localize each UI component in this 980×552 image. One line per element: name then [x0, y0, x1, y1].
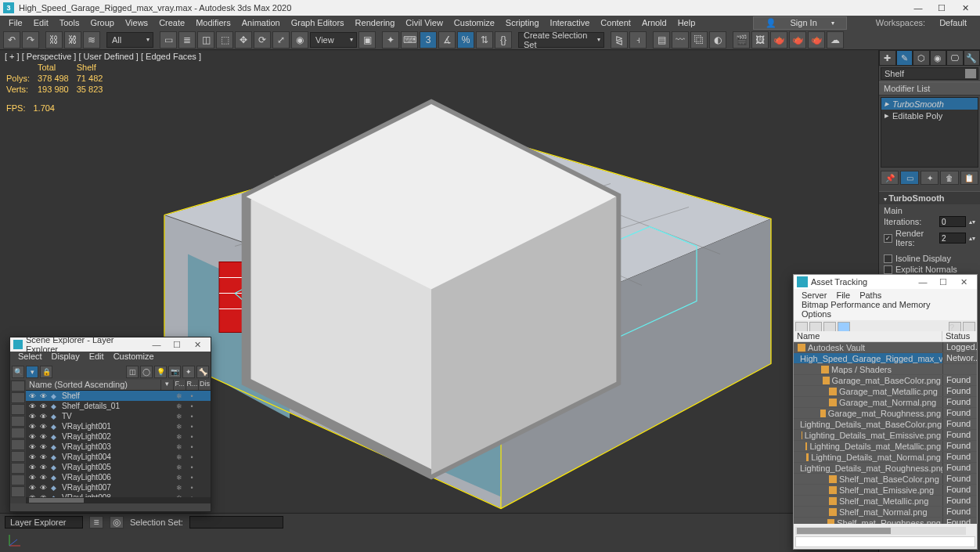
- asset-grid[interactable]: Name Status Autodesk VaultLogged...High_…: [794, 331, 977, 524]
- remove-modifier-button[interactable]: 🗑: [940, 171, 958, 185]
- scene-explorer-window[interactable]: Scene Explorer - Layer Explorer — ☐ ✕ Se…: [9, 337, 211, 512]
- se-find-button[interactable]: 🔍: [12, 366, 24, 378]
- menu-file[interactable]: File: [3, 18, 28, 27]
- close-button[interactable]: ✕: [953, 1, 977, 15]
- visibility-icon[interactable]: 👁: [29, 474, 40, 482]
- freeze-icon[interactable]: ❄: [173, 392, 186, 400]
- freeze-icon[interactable]: ❄: [173, 433, 186, 441]
- scene-item[interactable]: 👁👁◆VRayLight002❄•: [26, 431, 211, 442]
- selection-set-dropdown[interactable]: [189, 516, 283, 529]
- asset-col-status[interactable]: Status: [942, 331, 977, 341]
- scene-item[interactable]: 👁👁◆Shelf❄•: [26, 391, 211, 401]
- menu-content[interactable]: Content: [595, 18, 636, 27]
- unlink-button[interactable]: ⛓̸: [64, 31, 81, 49]
- make-unique-button[interactable]: ✦: [921, 171, 939, 185]
- menu-graph-editors[interactable]: Graph Editors: [286, 18, 350, 27]
- snaps-toggle-button[interactable]: 3: [420, 31, 437, 49]
- asset-row[interactable]: Garage_mat_BaseColor.pngFound: [794, 375, 977, 386]
- se-side-bone-button[interactable]: [11, 486, 25, 497]
- asset-row[interactable]: Shelf_mat_Normal.pngFound: [794, 507, 977, 518]
- render-setup-button[interactable]: 🎬: [733, 31, 750, 49]
- se-side-geom-button[interactable]: [11, 416, 25, 427]
- select-object-button[interactable]: ▭: [160, 31, 177, 49]
- asset-menu-paths[interactable]: Paths: [855, 290, 886, 300]
- asset-row[interactable]: Garage_mat_Metallic.pngFound: [794, 386, 977, 397]
- se-col-3[interactable]: Dis: [198, 380, 211, 390]
- scene-explorer-titlebar[interactable]: Scene Explorer - Layer Explorer — ☐ ✕: [10, 337, 211, 352]
- se-side-space-button[interactable]: [11, 474, 25, 485]
- render-activeshade-button[interactable]: 🫖: [808, 31, 825, 49]
- asset-row[interactable]: Lighting_Details_mat_Emissive.pngFound: [794, 430, 977, 441]
- pin-stack-button[interactable]: 📌: [881, 171, 899, 185]
- display-tab[interactable]: 🖵: [946, 50, 964, 66]
- workspace-dropdown[interactable]: Default: [934, 18, 972, 27]
- se-filter-button[interactable]: ▾: [26, 366, 38, 378]
- edit-named-sel-button[interactable]: {}: [495, 31, 512, 49]
- material-editor-button[interactable]: ◐: [709, 31, 726, 49]
- toggle-ribbon-button[interactable]: ▤: [653, 31, 670, 49]
- select-move-button[interactable]: ✥: [235, 31, 252, 49]
- asset-menu-bitmap-performance-and-memory[interactable]: Bitmap Performance and Memory: [797, 300, 935, 309]
- undo-button[interactable]: ↶: [3, 31, 20, 49]
- modifier-list-dropdown[interactable]: Modifier List: [879, 81, 980, 96]
- asset-col-name[interactable]: Name: [794, 331, 942, 341]
- asset-tracking-window[interactable]: Asset Tracking — ☐ ✕ ServerFilePathsBitm…: [793, 274, 978, 550]
- menu-customize[interactable]: Customize: [449, 18, 500, 27]
- curve-editor-button[interactable]: 〰: [672, 31, 689, 49]
- menu-rendering[interactable]: Rendering: [350, 18, 401, 27]
- asset-menu-server[interactable]: Server: [797, 290, 831, 300]
- render-iterative-button[interactable]: 🫖: [789, 31, 806, 49]
- scene-explorer-max-button[interactable]: ☐: [167, 340, 187, 350]
- select-place-button[interactable]: ◉: [291, 31, 308, 49]
- render-icon[interactable]: •: [186, 423, 198, 431]
- render-icon[interactable]: •: [186, 443, 198, 451]
- scene-explorer-header[interactable]: Name (Sorted Ascending) ▾ F... R... Dis: [26, 380, 211, 391]
- render-cloud-button[interactable]: ☁: [827, 31, 844, 49]
- menu-views[interactable]: Views: [120, 18, 153, 27]
- se-menu-edit[interactable]: Edit: [85, 352, 109, 364]
- modify-tab[interactable]: ✎: [896, 50, 913, 66]
- se-view-bone-button[interactable]: 🦴: [196, 366, 209, 378]
- visibility-icon[interactable]: 👁: [40, 453, 51, 461]
- use-center-button[interactable]: ▣: [358, 31, 376, 49]
- render-icon[interactable]: •: [186, 464, 198, 471]
- scene-item[interactable]: 👁👁◆VRayLight005❄•: [26, 462, 211, 472]
- stack-toggle-icon[interactable]: ▸: [885, 99, 889, 109]
- signin-button[interactable]: 👤Sign In▾: [753, 16, 847, 30]
- layer-toggle-button[interactable]: ≡: [89, 516, 103, 529]
- menu-interactive[interactable]: Interactive: [545, 18, 596, 27]
- align-button[interactable]: ⫞: [629, 31, 647, 49]
- visibility-icon[interactable]: 👁: [40, 484, 51, 492]
- scene-explorer-rows[interactable]: 👁👁◆Shelf❄•👁👁◆Shelf_details_01❄•👁👁◆TV❄•👁👁…: [26, 391, 211, 503]
- scene-item[interactable]: 👁👁◆VRayLight004❄•: [26, 452, 211, 462]
- se-side-cam-button[interactable]: [11, 451, 25, 462]
- menu-edit[interactable]: Edit: [28, 18, 54, 27]
- modifier-stack[interactable]: ▸TurboSmooth▸Editable Poly: [881, 97, 978, 168]
- asset-row[interactable]: Lighting_Details_mat_Normal.pngFound: [794, 452, 977, 463]
- se-side-shape-button[interactable]: [11, 428, 25, 438]
- scene-item[interactable]: 👁👁◆TV❄•: [26, 411, 211, 421]
- explorer-dropdown[interactable]: Layer Explorer: [5, 516, 83, 529]
- asset-max-button[interactable]: ☐: [933, 277, 953, 287]
- se-side-invert-button[interactable]: [11, 404, 25, 415]
- visibility-icon[interactable]: 👁: [29, 392, 40, 400]
- asset-menu-options[interactable]: Options: [797, 309, 836, 319]
- visibility-icon[interactable]: 👁: [29, 433, 40, 441]
- redo-button[interactable]: ↷: [22, 31, 39, 49]
- select-region-button[interactable]: ◫: [197, 31, 214, 49]
- asset-close-button[interactable]: ✕: [953, 277, 974, 287]
- select-by-name-button[interactable]: ≣: [178, 31, 196, 49]
- freeze-icon[interactable]: ❄: [173, 413, 186, 420]
- asset-min-button[interactable]: —: [913, 277, 933, 287]
- render-iters-checkbox[interactable]: ✓: [884, 234, 892, 243]
- utilities-tab[interactable]: 🔧: [964, 50, 981, 66]
- modifier-editable-poly[interactable]: ▸Editable Poly: [881, 110, 978, 121]
- visibility-icon[interactable]: 👁: [40, 413, 51, 420]
- visibility-icon[interactable]: 👁: [29, 402, 40, 410]
- angle-snap-button[interactable]: ∡: [438, 31, 456, 49]
- menu-create[interactable]: Create: [153, 18, 190, 27]
- asset-hscroll[interactable]: [795, 527, 966, 535]
- se-side-light-button[interactable]: [11, 439, 25, 450]
- show-end-result-button[interactable]: ▭: [900, 171, 918, 185]
- schematic-view-button[interactable]: ⿻: [690, 31, 708, 49]
